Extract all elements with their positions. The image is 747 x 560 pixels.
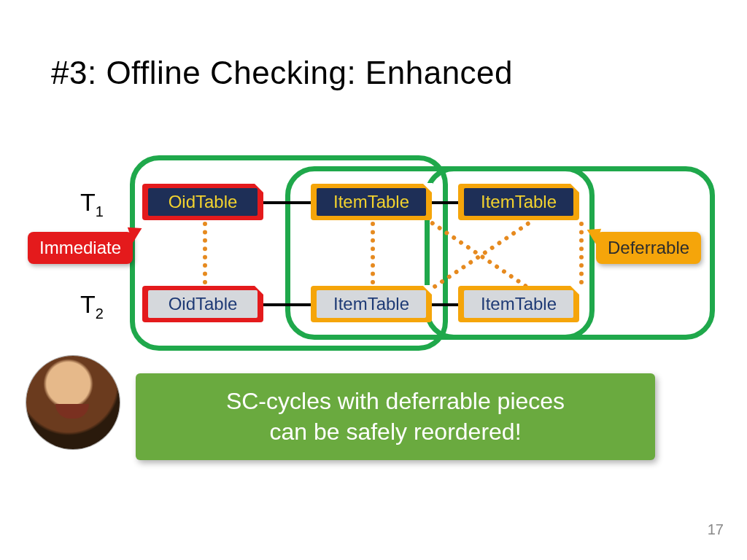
banner-line2: can be safely reordered!: [269, 419, 521, 445]
node-label: ItemTable: [317, 188, 426, 216]
conn-r2-2-3: [430, 303, 461, 306]
dotted-c3: [579, 222, 584, 284]
row-label-t2: T2: [80, 290, 104, 322]
tag-deferrable: Deferrable: [596, 232, 701, 264]
node-r1c2-itemtable: ItemTable: [311, 184, 432, 220]
conn-r2-1-2: [263, 303, 314, 306]
node-label: OidTable: [148, 188, 258, 216]
node-label: ItemTable: [317, 290, 426, 318]
node-label: ItemTable: [464, 188, 573, 216]
dotted-c2: [371, 222, 375, 284]
tag-immediate: Immediate: [28, 232, 133, 264]
row-label-t1: T1: [80, 188, 104, 220]
dotted-c1: [203, 222, 207, 284]
node-r2c1-oidtable: OidTable: [142, 286, 263, 322]
banner-line1: SC-cycles with deferrable pieces: [226, 388, 565, 414]
conn-r1-2-3: [430, 201, 461, 204]
node-r1c1-oidtable: OidTable: [142, 184, 263, 220]
node-r2c3-itemtable: ItemTable: [458, 286, 579, 322]
page-number: 17: [708, 521, 724, 538]
node-r1c3-itemtable: ItemTable: [458, 184, 579, 220]
node-r2c2-itemtable: ItemTable: [311, 286, 432, 322]
conn-r1-1-2: [263, 201, 314, 204]
node-label: OidTable: [148, 290, 258, 318]
banner-sc-cycles: SC-cycles with deferrable pieces can be …: [136, 373, 655, 460]
node-label: ItemTable: [464, 290, 573, 318]
avatar: [26, 356, 120, 449]
page-title: #3: Offline Checking: Enhanced: [51, 55, 513, 91]
